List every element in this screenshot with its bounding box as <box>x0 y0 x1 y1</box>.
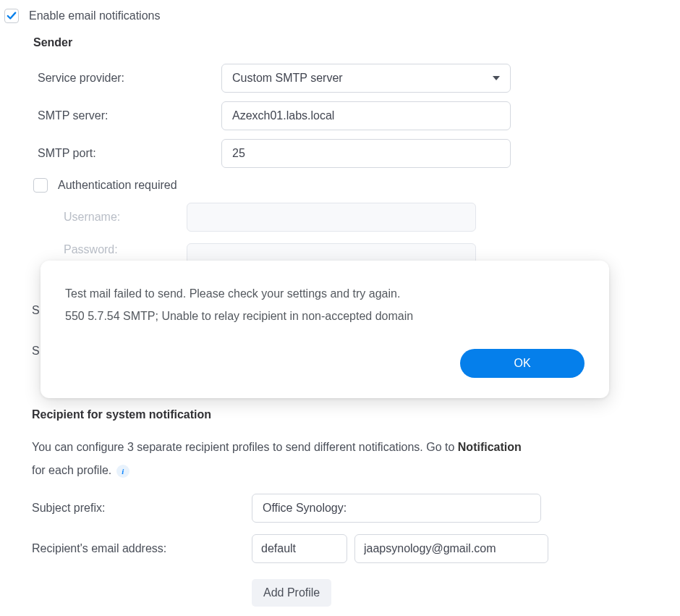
dialog-message-line1: Test mail failed to send. Please check y… <box>65 282 585 305</box>
info-icon[interactable]: i <box>116 465 129 478</box>
service-provider-label: Service provider: <box>4 72 221 85</box>
subject-prefix-label: Subject prefix: <box>32 502 252 515</box>
recipient-email-label: Recipient's email address: <box>32 542 252 555</box>
profile-name-input[interactable] <box>252 534 347 563</box>
service-provider-select[interactable]: Custom SMTP server <box>221 64 511 93</box>
add-profile-button[interactable]: Add Profile <box>252 579 331 607</box>
service-provider-value: Custom SMTP server <box>232 72 343 85</box>
username-label: Username: <box>0 211 187 224</box>
subject-prefix-input[interactable] <box>252 494 541 523</box>
recipient-description: You can configure 3 separate recipient p… <box>0 431 680 486</box>
error-dialog: Test mail failed to send. Please check y… <box>41 261 609 398</box>
ok-button[interactable]: OK <box>460 349 585 378</box>
smtp-port-input[interactable] <box>221 139 511 168</box>
password-label: Password: <box>0 243 187 256</box>
smtp-server-label: SMTP server: <box>4 109 221 122</box>
enable-email-notifications-checkbox[interactable] <box>4 9 19 23</box>
username-input <box>187 203 476 232</box>
smtp-port-label: SMTP port: <box>4 147 221 160</box>
chevron-down-icon <box>493 76 500 80</box>
authentication-required-label: Authentication required <box>58 179 177 192</box>
smtp-server-input[interactable] <box>221 101 511 130</box>
check-icon <box>7 11 17 21</box>
enable-email-notifications-label: Enable email notifications <box>29 9 160 22</box>
authentication-required-checkbox[interactable] <box>33 178 48 193</box>
sender-section-title: Sender <box>0 35 680 59</box>
recipient-email-input[interactable] <box>354 534 548 563</box>
dialog-message-line2: 550 5.7.54 SMTP; Unable to relay recipie… <box>65 305 585 327</box>
